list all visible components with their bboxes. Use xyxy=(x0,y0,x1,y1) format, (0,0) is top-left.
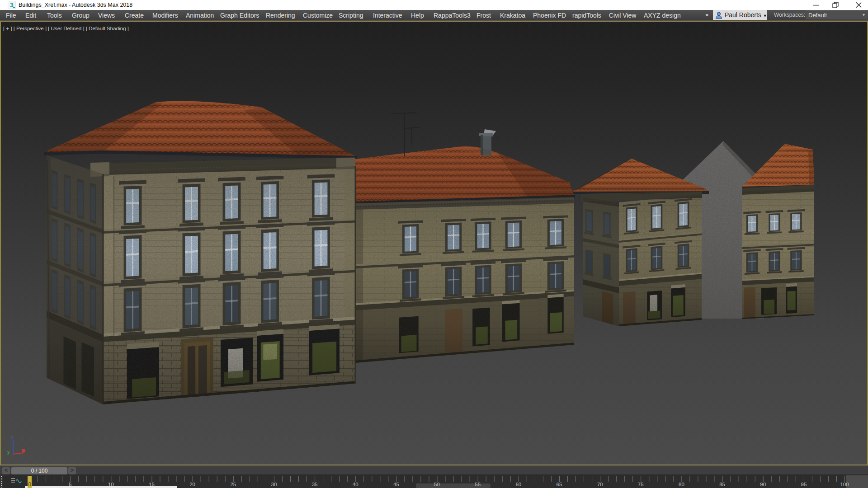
svg-text:90: 90 xyxy=(760,482,766,487)
svg-text:60: 60 xyxy=(515,482,521,487)
svg-text:z: z xyxy=(11,435,14,440)
svg-text:80: 80 xyxy=(679,482,684,487)
svg-text:100: 100 xyxy=(840,482,849,487)
svg-text:30: 30 xyxy=(271,482,277,487)
svg-text:35: 35 xyxy=(312,482,318,487)
svg-text:45: 45 xyxy=(393,482,399,487)
svg-text:50: 50 xyxy=(434,482,440,487)
svg-text:65: 65 xyxy=(557,482,562,487)
svg-text:25: 25 xyxy=(230,482,236,487)
svg-text:y: y xyxy=(7,450,10,455)
svg-text:75: 75 xyxy=(638,482,644,487)
svg-text:10: 10 xyxy=(108,482,114,487)
svg-text:55: 55 xyxy=(475,482,481,487)
svg-text:15: 15 xyxy=(149,482,155,487)
svg-text:95: 95 xyxy=(801,482,807,487)
svg-text:20: 20 xyxy=(189,482,195,487)
svg-text:70: 70 xyxy=(597,482,603,487)
svg-text:40: 40 xyxy=(353,482,359,487)
svg-text:0: 0 xyxy=(28,481,31,488)
svg-text:5: 5 xyxy=(69,482,71,487)
svg-text:85: 85 xyxy=(719,482,725,487)
